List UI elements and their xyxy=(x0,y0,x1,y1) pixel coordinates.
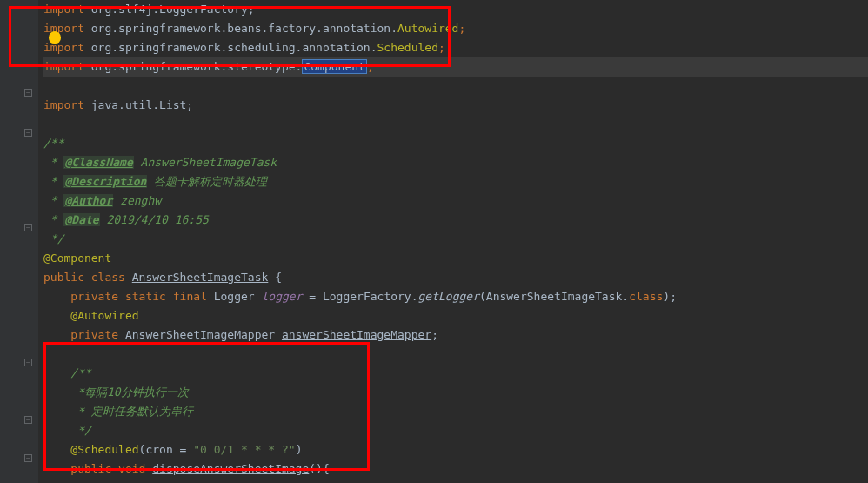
editor-gutter: − − − − − − xyxy=(0,0,38,483)
code-line: @Scheduled(cron = "0 0/1 * * * ?") xyxy=(43,440,868,460)
code-line-current: import org.springframework.stereotype.Co… xyxy=(43,57,868,77)
doc-comment-line: *每隔10分钟执行一次 xyxy=(43,383,868,402)
doc-comment-line: * @ClassName AnswerSheetImageTask xyxy=(43,153,868,172)
code-line: private static final Logger logger = Log… xyxy=(43,287,868,306)
code-line: import java.util.List; xyxy=(43,96,868,115)
code-line: import org.springframework.beans.factory… xyxy=(43,19,868,38)
doc-comment-line: * @Date 2019/4/10 16:55 xyxy=(43,211,868,230)
code-line: import org.springframework.scheduling.an… xyxy=(43,38,868,57)
fold-icon[interactable]: − xyxy=(24,454,32,462)
fold-icon[interactable]: − xyxy=(24,89,32,97)
doc-comment-line: /** xyxy=(43,364,868,383)
fold-icon[interactable]: − xyxy=(24,359,32,366)
fold-icon[interactable]: − xyxy=(24,224,32,231)
code-line: public class AnswerSheetImageTask { xyxy=(43,268,868,287)
fold-icon[interactable]: − xyxy=(24,416,32,424)
code-line-empty xyxy=(43,77,868,96)
doc-comment-line: * @Description 答题卡解析定时器处理 xyxy=(43,172,868,191)
code-line: import org.slf4j.LoggerFactory; xyxy=(43,0,868,19)
doc-comment-line: */ xyxy=(43,421,868,440)
code-line-empty xyxy=(43,345,868,364)
code-line-empty xyxy=(43,115,868,134)
doc-comment-line: */ xyxy=(43,230,868,249)
doc-comment-line: * 定时任务默认为串行 xyxy=(43,402,868,421)
code-line: public void disposeAnswerSheetImage(){ xyxy=(43,460,868,479)
code-editor[interactable]: − − − − − − import org.slf4j.LoggerFacto… xyxy=(0,0,868,483)
code-content[interactable]: import org.slf4j.LoggerFactory; import o… xyxy=(38,0,868,483)
code-line: @Component xyxy=(43,249,868,268)
doc-comment-line: /** xyxy=(43,134,868,153)
doc-comment-line: * @Author zenghw xyxy=(43,191,868,211)
fold-icon[interactable]: − xyxy=(24,129,32,137)
code-line: @Autowired xyxy=(43,306,868,325)
selected-text: Component xyxy=(302,59,366,74)
code-line: private AnswerSheetImageMapper answerShe… xyxy=(43,325,868,345)
intention-bulb-icon[interactable] xyxy=(49,31,61,44)
